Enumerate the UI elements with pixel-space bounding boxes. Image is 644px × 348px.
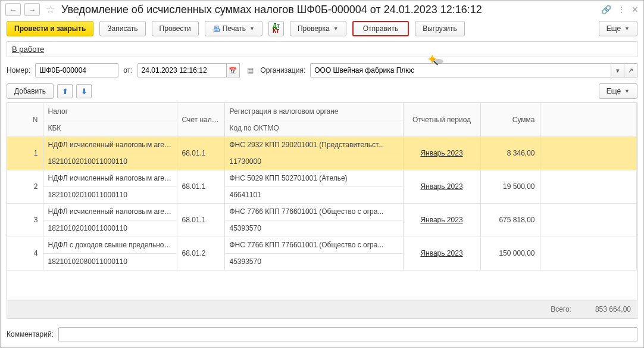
cell-oktmo[interactable]: 45393570 — [224, 253, 403, 270]
org-dropdown-button[interactable]: ▾ — [611, 63, 624, 77]
cell-kbk[interactable]: 18210102010011000110 — [43, 187, 177, 203]
form-header-row: Номер: от: 📅 ▤ Организация: ▾ ↗ — [1, 62, 643, 83]
col-header-tax[interactable]: Налог — [43, 103, 177, 120]
cell-period[interactable]: Январь 2023 — [403, 136, 480, 170]
totals-value: 853 664,00 — [595, 305, 631, 313]
cell-period[interactable]: Январь 2023 — [403, 203, 480, 237]
more-toolbar-button[interactable]: Еще ▼ — [599, 21, 637, 36]
date-label: от: — [123, 66, 132, 74]
cell-registration[interactable]: ФНС 2932 КПП 290201001 (Представительст.… — [224, 136, 403, 153]
org-input[interactable] — [310, 63, 611, 77]
col-header-oktmo[interactable]: Код по ОКТМО — [224, 120, 403, 136]
col-header-n[interactable]: N — [7, 103, 43, 136]
main-toolbar: Провести и закрыть Записать Провести 🖶 П… — [1, 18, 643, 41]
table-row[interactable]: 2НДФЛ исчисленный налоговым агентом68.01… — [7, 170, 637, 187]
window-title: Уведомление об исчисленных суммах налого… — [61, 4, 593, 16]
more-label: Еще — [607, 24, 621, 33]
caret-down-icon: ▼ — [249, 26, 255, 32]
cell-account[interactable]: 68.01.1 — [177, 203, 224, 237]
send-button[interactable]: Отправить — [352, 21, 409, 36]
col-header-spacer — [540, 103, 637, 136]
titlebar: ← → ☆ Уведомление об исчисленных суммах … — [1, 1, 643, 18]
cell-kbk[interactable]: 18210102080011000110 — [43, 253, 177, 270]
nav-back-button[interactable]: ← — [5, 3, 21, 16]
table-row[interactable]: 3НДФЛ исчисленный налоговым агентом68.01… — [7, 203, 637, 220]
cell-sum[interactable]: 675 818,00 — [480, 203, 540, 237]
cell-tax[interactable]: НДФЛ с доходов свыше предельной величин.… — [43, 237, 177, 253]
check-button[interactable]: Проверка ▼ — [290, 21, 346, 36]
number-input[interactable] — [35, 63, 118, 77]
totals-label: Всего: — [551, 305, 571, 313]
comment-label: Комментарий: — [7, 330, 54, 338]
cell-oktmo[interactable]: 45393570 — [224, 220, 403, 237]
cell-oktmo[interactable]: 11730000 — [224, 153, 403, 170]
cell-tax[interactable]: НДФЛ исчисленный налоговым агентом — [43, 170, 177, 187]
more-label-2: Еще — [607, 87, 621, 95]
save-button[interactable]: Записать — [99, 21, 145, 36]
page-icon: ▤ — [247, 66, 254, 74]
cell-spacer — [540, 203, 637, 237]
export-button[interactable]: Выгрузить — [415, 21, 465, 36]
cell-registration[interactable]: ФНС 7766 КПП 776601001 (Общество с огра.… — [224, 237, 403, 253]
comment-row: Комментарий: — [1, 325, 643, 347]
cell-n[interactable]: 4 — [7, 237, 43, 270]
post-button[interactable]: Провести — [152, 21, 199, 36]
caret-down-icon: ▼ — [333, 26, 339, 32]
favorite-star-icon[interactable]: ☆ — [46, 3, 55, 16]
cell-period[interactable]: Январь 2023 — [403, 170, 480, 203]
col-header-sum[interactable]: Сумма — [480, 103, 540, 136]
cell-account[interactable]: 68.01.1 — [177, 170, 224, 203]
org-open-button[interactable]: ↗ — [624, 63, 637, 77]
more-table-button[interactable]: Еще ▼ — [599, 83, 637, 99]
add-row-button[interactable]: Добавить — [7, 83, 54, 99]
caret-down-icon: ▼ — [624, 88, 630, 94]
totals-bar: Всего: 853 664,00 — [7, 300, 637, 319]
printer-icon: 🖶 — [212, 24, 220, 33]
cell-kbk[interactable]: 18210102010011000110 — [43, 153, 177, 170]
table-toolbar: Добавить ⬆ ⬇ Еще ▼ — [1, 83, 643, 102]
col-header-registration[interactable]: Регистрация в налоговом органе — [224, 103, 403, 120]
col-header-period[interactable]: Отчетный период — [403, 103, 480, 136]
data-table: N Налог Счет налога Регистрация в налого… — [7, 102, 637, 300]
cell-sum[interactable]: 150 000,00 — [480, 237, 540, 270]
cell-spacer — [540, 136, 637, 170]
org-label: Организация: — [261, 66, 306, 74]
status-link[interactable]: В работе — [12, 45, 44, 54]
cell-registration[interactable]: ФНС 5029 КПП 502701001 (Ателье) — [224, 170, 403, 187]
cell-registration[interactable]: ФНС 7766 КПП 776601001 (Общество с огра.… — [224, 203, 403, 220]
check-label: Проверка — [298, 24, 330, 33]
cell-account[interactable]: 68.01.1 — [177, 136, 224, 170]
calendar-icon[interactable]: 📅 — [227, 63, 240, 77]
cell-spacer — [540, 237, 637, 270]
cell-tax[interactable]: НДФЛ исчисленный налоговым агентом — [43, 203, 177, 220]
cell-sum[interactable]: 8 346,00 — [480, 136, 540, 170]
cell-period[interactable]: Январь 2023 — [403, 237, 480, 270]
cell-tax[interactable]: НДФЛ исчисленный налоговым агентом — [43, 136, 177, 153]
comment-input[interactable] — [58, 327, 637, 341]
print-button[interactable]: 🖶 Печать ▼ — [205, 21, 262, 36]
close-icon[interactable]: ✕ — [632, 5, 639, 14]
table-row[interactable]: 1НДФЛ исчисленный налоговым агентом68.01… — [7, 136, 637, 153]
date-input[interactable] — [137, 63, 227, 77]
cell-account[interactable]: 68.01.2 — [177, 237, 224, 270]
caret-down-icon: ▼ — [624, 26, 630, 32]
cell-sum[interactable]: 19 500,00 — [480, 170, 540, 203]
cell-oktmo[interactable]: 46641101 — [224, 187, 403, 203]
status-bar: В работе — [7, 41, 637, 57]
move-up-button[interactable]: ⬆ — [57, 84, 73, 98]
print-label: Печать — [223, 24, 246, 33]
cell-n[interactable]: 1 — [7, 136, 43, 170]
cell-n[interactable]: 3 — [7, 203, 43, 237]
move-down-button[interactable]: ⬇ — [76, 84, 92, 98]
cell-n[interactable]: 2 — [7, 170, 43, 203]
post-and-close-button[interactable]: Провести и закрыть — [7, 21, 93, 36]
col-header-kbk[interactable]: КБК — [43, 120, 177, 136]
dtkt-button[interactable]: ДтКт — [268, 21, 284, 36]
col-header-account[interactable]: Счет налога — [177, 103, 224, 136]
more-menu-icon[interactable]: ⋮ — [617, 5, 626, 14]
cell-spacer — [540, 170, 637, 203]
table-row[interactable]: 4НДФЛ с доходов свыше предельной величин… — [7, 237, 637, 253]
link-icon[interactable]: 🔗 — [601, 5, 611, 14]
cell-kbk[interactable]: 18210102010011000110 — [43, 220, 177, 237]
nav-forward-button[interactable]: → — [24, 3, 40, 16]
